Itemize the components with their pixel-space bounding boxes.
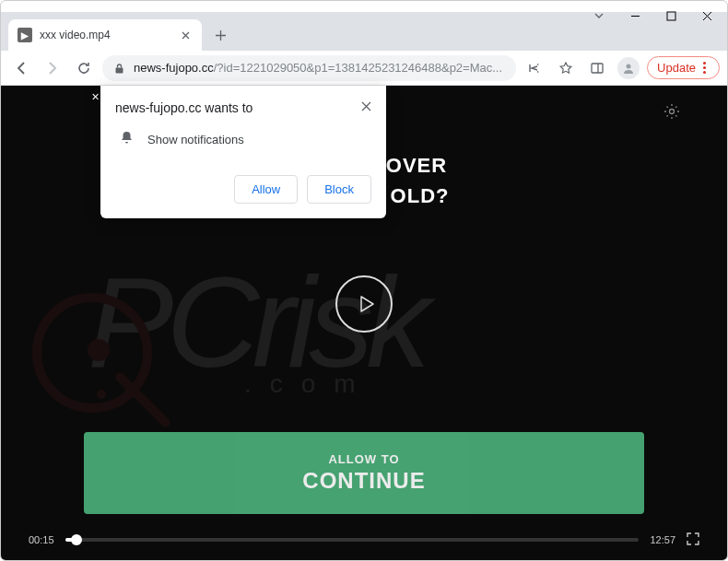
update-button[interactable]: Update bbox=[647, 56, 720, 79]
allow-button[interactable]: Allow bbox=[234, 175, 298, 204]
progress-bar[interactable] bbox=[65, 538, 640, 542]
forward-button[interactable] bbox=[40, 55, 65, 81]
gear-icon[interactable] bbox=[663, 102, 681, 124]
url-text: news-fujopo.cc/?id=1221029050&p1=1381425… bbox=[134, 61, 505, 75]
lock-icon bbox=[113, 62, 126, 75]
browser-tab[interactable]: ▶ xxx video.mp4 bbox=[8, 19, 202, 51]
window-minimize-icon[interactable] bbox=[630, 8, 640, 25]
back-button[interactable] bbox=[8, 55, 34, 81]
svg-rect-2 bbox=[592, 64, 603, 73]
tab-favicon-icon: ▶ bbox=[18, 28, 32, 42]
svg-point-3 bbox=[627, 64, 631, 68]
permission-dialog: news-fujopo.cc wants to Show notificatio… bbox=[100, 86, 386, 218]
permission-title: news-fujopo.cc wants to bbox=[115, 100, 252, 115]
duration: 12:57 bbox=[650, 534, 675, 545]
svg-rect-0 bbox=[667, 12, 675, 20]
menu-icon[interactable] bbox=[699, 62, 710, 74]
bell-icon bbox=[119, 130, 135, 149]
permission-close-icon[interactable] bbox=[361, 100, 371, 114]
update-label: Update bbox=[657, 61, 696, 75]
profile-avatar[interactable] bbox=[616, 55, 641, 81]
reload-button[interactable] bbox=[71, 55, 97, 81]
share-icon[interactable] bbox=[522, 55, 547, 81]
fullscreen-icon[interactable] bbox=[687, 532, 699, 547]
video-controls: 00:15 12:57 bbox=[29, 532, 699, 547]
continue-button[interactable]: ALLOW TO CONTINUE bbox=[84, 432, 644, 514]
new-tab-button[interactable] bbox=[207, 22, 233, 48]
current-time: 00:15 bbox=[29, 534, 54, 545]
overlay-close-icon[interactable]: ✕ bbox=[91, 91, 100, 103]
play-button[interactable] bbox=[335, 275, 393, 333]
window-dropdown-icon[interactable] bbox=[593, 8, 605, 25]
window-close-icon[interactable] bbox=[702, 8, 712, 25]
svg-point-4 bbox=[670, 110, 675, 114]
window-maximize-icon[interactable] bbox=[666, 8, 676, 25]
bookmark-icon[interactable] bbox=[553, 55, 579, 81]
continue-line2: CONTINUE bbox=[84, 468, 644, 494]
tab-close-icon[interactable] bbox=[178, 28, 193, 42]
permission-request-text: Show notifications bbox=[147, 133, 244, 146]
block-button[interactable]: Block bbox=[307, 175, 371, 204]
address-bar[interactable]: news-fujopo.cc/?id=1221029050&p1=1381425… bbox=[102, 55, 516, 81]
tab-title: xxx video.mp4 bbox=[40, 29, 170, 41]
continue-line1: ALLOW TO bbox=[84, 452, 644, 466]
svg-rect-1 bbox=[116, 67, 123, 73]
progress-thumb[interactable] bbox=[71, 534, 82, 545]
side-panel-icon[interactable] bbox=[584, 55, 610, 81]
browser-toolbar: news-fujopo.cc/?id=1221029050&p1=1381425… bbox=[1, 51, 727, 86]
